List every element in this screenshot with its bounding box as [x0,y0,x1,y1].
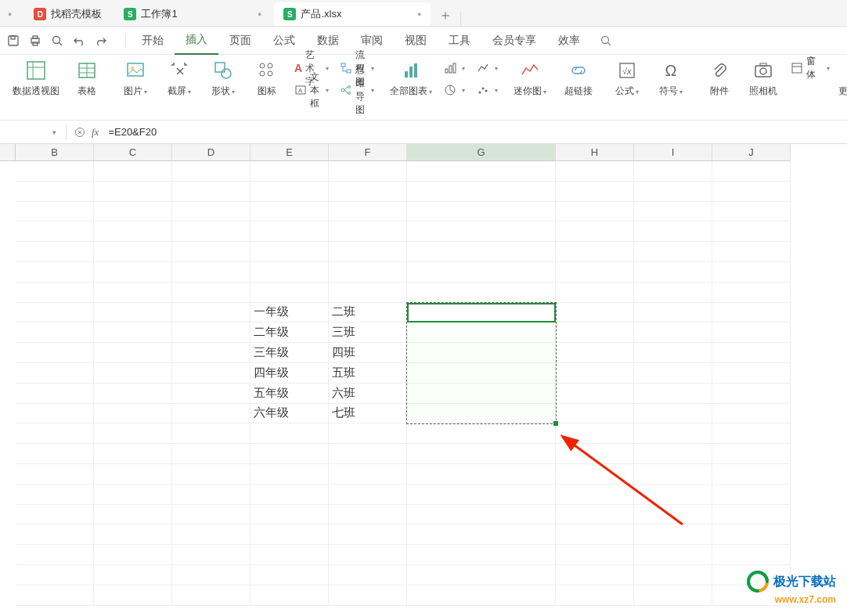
cell[interactable] [407,363,556,384]
cell[interactable] [407,404,556,424]
cell[interactable] [407,283,556,303]
cell[interactable] [407,182,556,202]
cell[interactable] [94,485,172,505]
cell[interactable] [407,322,556,343]
cell[interactable] [94,585,172,606]
cell[interactable] [556,343,634,363]
cell[interactable] [556,565,634,585]
cell[interactable] [172,545,250,565]
cell[interactable] [94,423,172,444]
cell[interactable] [712,384,791,404]
cell[interactable] [712,202,791,222]
cell[interactable] [556,182,634,202]
col-header-E[interactable]: E [250,144,329,161]
spreadsheet-grid[interactable]: BCDEFGHIJ 一年级二班一年级二班二年级三班三年级四班四年级五班五年级六班… [0,144,847,616]
cell[interactable] [172,384,250,404]
cell[interactable] [556,444,634,464]
cell[interactable] [634,485,712,505]
cell[interactable] [712,262,791,283]
cell[interactable] [329,202,407,222]
cell[interactable] [16,444,94,464]
cell[interactable] [172,161,250,182]
cell[interactable] [634,464,712,485]
cell[interactable] [250,505,329,525]
shape-button[interactable]: 形状▾ [207,59,240,98]
menu-item-公式[interactable]: 公式 [262,27,306,55]
cell[interactable] [407,524,556,545]
name-box[interactable]: ▾ [0,123,61,142]
cell[interactable] [16,505,94,525]
cell[interactable] [16,485,94,505]
cell[interactable] [94,505,172,525]
cell[interactable]: 七班 [329,404,407,424]
formula-button[interactable]: √x 公式▾ [611,59,643,98]
cell[interactable] [94,242,172,262]
cell[interactable] [329,565,407,585]
col-header-F[interactable]: F [329,144,407,161]
cell[interactable] [329,485,407,505]
cell[interactable] [712,322,791,343]
menu-item-工具[interactable]: 工具 [438,27,481,55]
col-header-C[interactable]: C [94,144,172,161]
picture-button[interactable]: 图片▾ [119,59,152,98]
cell[interactable] [712,242,791,262]
cell[interactable] [172,464,250,485]
cell[interactable] [407,565,556,585]
grid-body[interactable]: 一年级二班一年级二班二年级三班三年级四班四年级五班五年级六班六年级七班 [16,161,847,616]
cell[interactable] [634,303,712,323]
cell[interactable] [172,505,250,525]
cell[interactable] [16,262,94,283]
cell[interactable] [712,505,791,525]
fx-label[interactable]: fx [92,126,99,139]
cell[interactable] [556,545,634,565]
cell[interactable] [556,585,634,606]
cell[interactable] [407,444,556,464]
doc-tab-home[interactable]: ● [3,2,21,26]
cell[interactable] [172,363,250,384]
cell[interactable] [712,404,791,424]
cell[interactable] [556,485,634,505]
pivot-table-button[interactable]: 数据透视图 [13,59,59,98]
cell[interactable] [16,161,94,182]
textbox-button[interactable]: A 文本框▾ [294,81,329,99]
cell[interactable] [407,222,556,242]
cell[interactable] [556,363,634,384]
cell[interactable] [250,423,329,444]
menu-item-页面[interactable]: 页面 [218,27,262,55]
cell[interactable] [172,343,250,363]
redo-icon[interactable] [94,34,108,48]
cell[interactable] [250,565,329,585]
doc-tab-template[interactable]: D 找稻壳模板 [24,2,111,26]
mindmap-button[interactable]: 思维导图▾ [340,81,374,99]
menu-item-效率[interactable]: 效率 [547,27,591,55]
cell[interactable] [329,423,407,444]
cell[interactable] [329,283,407,303]
line-chart-button[interactable]: ▾ [476,59,498,77]
cell[interactable] [407,202,556,222]
cell[interactable] [250,202,329,222]
cell[interactable] [556,262,634,283]
cell[interactable] [407,423,556,444]
cell[interactable] [329,161,407,182]
cell[interactable] [172,303,250,323]
cell[interactable] [16,423,94,444]
cell[interactable] [712,485,791,505]
cell[interactable] [250,485,329,505]
bar-chart-button[interactable]: ▾ [443,59,465,77]
cell[interactable] [556,202,634,222]
cell[interactable] [712,363,791,384]
menu-item-会员专享[interactable]: 会员专享 [481,27,547,55]
cell[interactable] [634,283,712,303]
cell[interactable] [712,444,791,464]
cell[interactable] [94,363,172,384]
cell[interactable] [407,262,556,283]
cell[interactable]: 四年级 [250,363,329,384]
cell[interactable] [407,485,556,505]
col-header-H[interactable]: H [556,144,634,161]
cell[interactable] [329,444,407,464]
undo-icon[interactable] [72,34,86,48]
cell[interactable] [712,283,791,303]
cell[interactable] [556,423,634,444]
cell[interactable]: 一年级 [250,303,329,323]
cell[interactable] [94,202,172,222]
